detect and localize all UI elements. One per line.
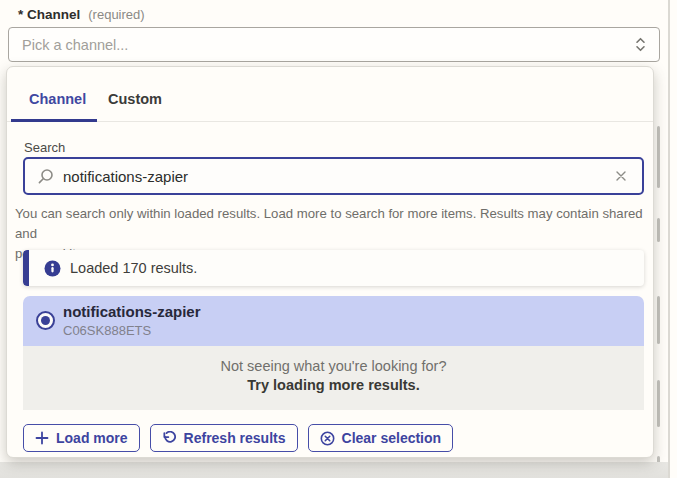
alert-accent-bar	[23, 250, 29, 286]
circled-x-icon	[320, 431, 335, 446]
active-tab-underline	[11, 119, 97, 122]
load-more-button[interactable]: Load more	[23, 424, 140, 452]
hint-suggestion: Try loading more results.	[23, 377, 644, 393]
field-label-row: * Channel (required)	[18, 7, 145, 22]
field-label: * Channel	[18, 7, 80, 22]
background-field-edge	[657, 380, 660, 427]
dropdown-actions: Load more Refresh results	[23, 424, 453, 452]
hint-question: Not seeing what you're looking for?	[23, 358, 644, 374]
search-field	[23, 157, 644, 195]
clear-selection-button[interactable]: Clear selection	[308, 424, 454, 452]
clear-search-icon[interactable]	[612, 167, 630, 185]
background-field-edge	[657, 218, 660, 242]
channel-option-selected[interactable]: notifications-zapier C06SK888ETS	[23, 296, 644, 346]
search-helper-line1: You can search only within loaded result…	[15, 204, 647, 244]
search-icon	[37, 168, 54, 185]
tab-channel[interactable]: Channel	[29, 91, 86, 107]
info-icon	[44, 260, 61, 277]
plus-icon	[35, 431, 49, 445]
page-container-border	[668, 0, 670, 478]
channel-select-placeholder: Pick a channel...	[22, 37, 634, 53]
channel-select[interactable]: Pick a channel...	[8, 27, 660, 62]
loaded-results-alert: Loaded 170 results.	[23, 250, 644, 286]
option-id: C06SK888ETS	[63, 323, 151, 338]
radio-selected-icon[interactable]	[36, 311, 55, 330]
option-name: notifications-zapier	[63, 303, 201, 320]
search-input[interactable]	[63, 168, 612, 185]
select-chevrons-icon	[634, 36, 647, 53]
search-label: Search	[24, 140, 65, 155]
load-more-hint-section: Not seeing what you're looking for? Try …	[23, 346, 644, 410]
alert-text: Loaded 170 results.	[70, 260, 197, 276]
refresh-icon	[162, 431, 177, 446]
refresh-results-button[interactable]: Refresh results	[150, 424, 298, 452]
background-field-edge	[657, 296, 660, 344]
background-section	[0, 462, 668, 478]
channel-picker-screen: * Channel (required) Pick a channel... C…	[0, 0, 677, 478]
background-field-edge	[657, 126, 660, 188]
channel-dropdown-panel: Channel Custom Search You can search onl…	[6, 66, 654, 458]
tab-divider	[7, 121, 653, 122]
field-required-hint: (required)	[88, 7, 144, 22]
tab-custom[interactable]: Custom	[108, 91, 162, 107]
